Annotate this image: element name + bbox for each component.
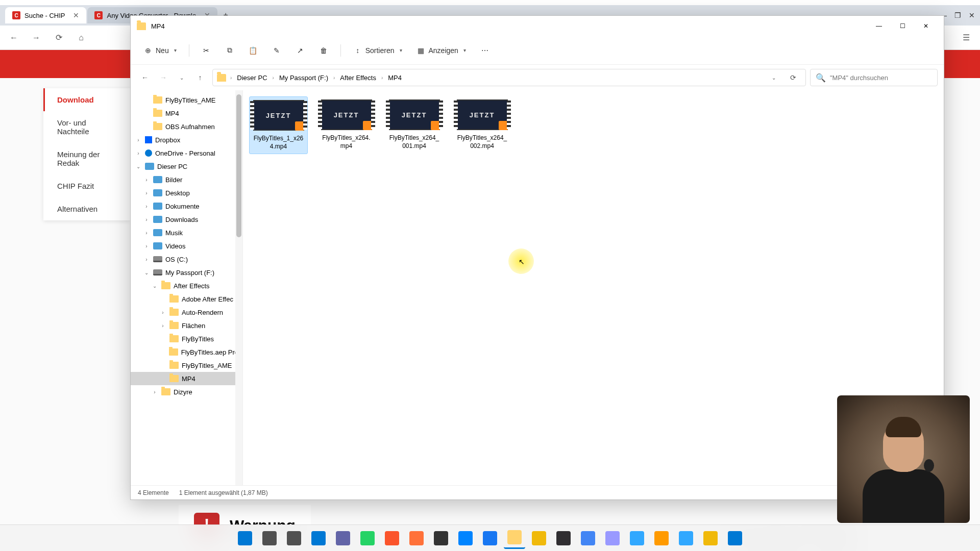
sidebar-item-pros-cons[interactable]: Vor- und Nachteile: [43, 111, 130, 143]
chevron-right-icon[interactable]: ›: [230, 75, 232, 81]
taskbar[interactable]: [0, 524, 980, 551]
forward-icon[interactable]: →: [30, 32, 42, 44]
menu-icon[interactable]: ☰: [960, 32, 972, 44]
sidebar-item-opinion[interactable]: Meinung der Redak: [43, 143, 130, 174]
cut-button[interactable]: ✂: [197, 41, 216, 60]
tree-item[interactable]: ›OneDrive - Personal: [131, 146, 242, 160]
expand-icon[interactable]: ›: [143, 204, 150, 209]
chevron-right-icon[interactable]: ›: [333, 75, 335, 81]
nav-recent-button[interactable]: ⌄: [174, 69, 190, 86]
tree-item[interactable]: ›Flächen: [131, 319, 242, 332]
expand-icon[interactable]: ⌄: [151, 283, 158, 289]
expand-icon[interactable]: ›: [143, 257, 150, 262]
tree-item[interactable]: ›Bilder: [131, 173, 242, 186]
tree-item[interactable]: MP4: [131, 372, 242, 385]
file-item[interactable]: JETZTFlyByTitles_x264_002.mp4: [453, 96, 511, 154]
tree-item[interactable]: Adobe After Effec: [131, 292, 242, 306]
sidebar-item-alternatives[interactable]: Alternativen: [43, 197, 130, 220]
breadcrumb-item[interactable]: My Passport (F:): [276, 72, 331, 84]
close-button[interactable]: ✕: [914, 16, 938, 36]
nav-up-button[interactable]: ↑: [192, 69, 208, 86]
taskbar-video[interactable]: [577, 528, 599, 549]
file-item[interactable]: JETZTFlyByTitles_1_x264.mp4: [249, 96, 308, 154]
search-input[interactable]: [830, 74, 932, 82]
nav-forward-button[interactable]: →: [155, 69, 172, 86]
new-button[interactable]: ⊕ Neu ▾: [138, 41, 182, 60]
taskbar-afterfx[interactable]: [602, 528, 623, 549]
expand-icon[interactable]: ›: [135, 137, 142, 143]
taskbar-start[interactable]: [234, 528, 256, 549]
tree-item[interactable]: ›Desktop: [131, 186, 242, 199]
expand-icon[interactable]: ›: [143, 177, 150, 183]
expand-icon[interactable]: ›: [151, 389, 158, 395]
taskbar-firefox[interactable]: [406, 528, 427, 549]
taskbar-wallet[interactable]: [700, 528, 721, 549]
share-button[interactable]: ↗: [290, 41, 310, 60]
browser-close-icon[interactable]: ✕: [969, 11, 975, 19]
tree-item[interactable]: ›Dokumente: [131, 199, 242, 213]
taskbar-lightroom[interactable]: [675, 528, 697, 549]
minimize-button[interactable]: —: [867, 16, 891, 36]
browser-tab-1[interactable]: C Suche - CHIP ✕: [5, 7, 86, 23]
refresh-icon[interactable]: ⟳: [785, 69, 801, 86]
taskbar-facebook[interactable]: [479, 528, 501, 549]
expand-icon[interactable]: ›: [143, 230, 150, 236]
taskbar-edge[interactable]: [724, 528, 746, 549]
expand-icon[interactable]: ⌄: [143, 270, 150, 276]
tree-item[interactable]: FlyByTitles_AME: [131, 359, 242, 372]
close-icon[interactable]: ✕: [73, 11, 79, 19]
chevron-right-icon[interactable]: ›: [381, 75, 383, 81]
taskbar-taskview[interactable]: [283, 528, 305, 549]
refresh-icon[interactable]: ⟳: [53, 32, 65, 44]
address-bar[interactable]: › Dieser PC › My Passport (F:) › After E…: [212, 69, 806, 86]
view-button[interactable]: ▦ Anzeigen ▾: [411, 41, 471, 60]
title-bar[interactable]: MP4 — ☐ ✕: [131, 16, 944, 36]
tree-item[interactable]: FlyByTitles: [131, 332, 242, 345]
paste-button[interactable]: 📋: [243, 41, 263, 60]
taskbar-illustrator[interactable]: [651, 528, 672, 549]
taskbar-brave[interactable]: [381, 528, 403, 549]
sidebar-item-fazit[interactable]: CHIP Fazit: [43, 174, 130, 197]
taskbar-messenger[interactable]: [455, 528, 476, 549]
navigation-pane[interactable]: FlyByTitles_AMEMP4OBS Aufnahmen›Dropbox›…: [131, 90, 243, 485]
file-item[interactable]: JETZTFlyByTitles_x264_001.mp4: [385, 96, 444, 154]
tree-item[interactable]: ›OS (C:): [131, 253, 242, 266]
taskbar-teams[interactable]: [332, 528, 354, 549]
tree-item[interactable]: ›Auto-Rendern: [131, 306, 242, 319]
taskbar-widgets[interactable]: [308, 528, 329, 549]
expand-icon[interactable]: ›: [143, 243, 150, 249]
tree-item[interactable]: ⌄After Effects: [131, 279, 242, 292]
taskbar-explorer[interactable]: [504, 528, 525, 549]
expand-icon[interactable]: ›: [143, 190, 150, 196]
more-button[interactable]: ⋯: [475, 41, 495, 60]
search-box[interactable]: 🔍: [810, 69, 938, 86]
breadcrumb-item[interactable]: After Effects: [337, 72, 379, 84]
tree-item[interactable]: ›Downloads: [131, 213, 242, 226]
expand-icon[interactable]: ›: [135, 151, 142, 156]
maximize-button[interactable]: ☐: [891, 16, 914, 36]
expand-icon[interactable]: ›: [159, 323, 166, 329]
taskbar-person[interactable]: [430, 528, 452, 549]
copy-button[interactable]: ⧉: [220, 41, 239, 60]
taskbar-obs[interactable]: [553, 528, 574, 549]
tree-item[interactable]: MP4: [131, 107, 242, 120]
sidebar-item-download[interactable]: Download: [43, 88, 130, 111]
taskbar-money[interactable]: [528, 528, 550, 549]
tree-item[interactable]: ›Dizyre: [131, 385, 242, 398]
dropdown-icon[interactable]: ⌄: [766, 69, 782, 86]
tree-item[interactable]: ›Dropbox: [131, 133, 242, 146]
tree-item[interactable]: ⌄Dieser PC: [131, 160, 242, 173]
file-item[interactable]: JETZTFlyByTitles_x264.mp4: [317, 96, 376, 154]
rename-button[interactable]: ✎: [267, 41, 286, 60]
breadcrumb-item[interactable]: Dieser PC: [234, 72, 270, 84]
delete-button[interactable]: 🗑: [314, 41, 333, 60]
chevron-right-icon[interactable]: ›: [273, 75, 274, 81]
browser-maximize-icon[interactable]: ❐: [954, 11, 961, 19]
tree-item[interactable]: OBS Aufnahmen: [131, 120, 242, 133]
breadcrumb-item[interactable]: MP4: [385, 72, 405, 84]
tree-item[interactable]: FlyByTitles_AME: [131, 93, 242, 107]
taskbar-search[interactable]: [259, 528, 280, 549]
home-icon[interactable]: ⌂: [75, 32, 87, 44]
sort-button[interactable]: ↕ Sortieren ▾: [348, 41, 407, 60]
expand-icon[interactable]: ⌄: [135, 164, 142, 169]
